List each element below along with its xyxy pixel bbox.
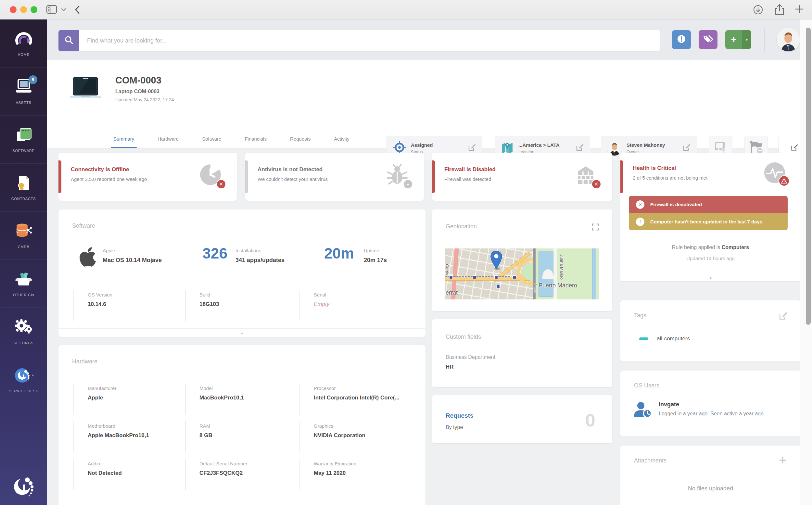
collapse-arrow-icon[interactable]: ▴ xyxy=(620,273,801,281)
tab-summary[interactable]: Summary xyxy=(112,131,135,148)
firewall-wall-icon: ✕ xyxy=(575,164,599,188)
edit-location-icon[interactable] xyxy=(576,143,584,153)
asset-id: COM-0003 xyxy=(115,75,174,86)
attachments-empty-text: No files uploaded xyxy=(620,485,801,492)
edit-tags-icon[interactable] xyxy=(779,311,788,322)
expand-icon[interactable] xyxy=(591,222,600,233)
hardware-field: ManufacturerApple xyxy=(73,383,185,415)
hardware-field: Warranty ExpirationMay 11 2020 xyxy=(300,459,413,490)
add-asset-button[interactable]: + ▾ xyxy=(725,30,751,49)
sidebar-item-home[interactable]: HOME xyxy=(0,19,47,67)
edit-owner-icon[interactable] xyxy=(682,143,691,153)
plus-icon: + xyxy=(725,30,742,49)
hardware-field: ProcessorIntel Corporation Intel(R) Core… xyxy=(300,383,413,415)
sidebar-item-settings[interactable]: SETTINGS xyxy=(0,308,47,356)
field-value: 18G103 xyxy=(199,301,296,308)
requests-link[interactable]: Requests xyxy=(446,412,474,419)
sidebar-toggle-icon[interactable] xyxy=(46,5,57,16)
sidebar-item-contracts[interactable]: CONTRACTS xyxy=(0,164,47,212)
antivirus-bug-icon: − xyxy=(386,164,411,188)
owner-value: Steven Mahoney xyxy=(627,142,665,148)
field-label: Default Serial Number xyxy=(199,461,296,466)
map-canal xyxy=(592,248,596,300)
software-field: OS Version 10.14.6 xyxy=(73,290,185,321)
connectivity-clock-icon: ✕ xyxy=(199,164,224,188)
os-user-info: Logged in a year ago. Seen active a year… xyxy=(659,411,764,417)
requests-subtitle: By type xyxy=(446,425,463,430)
field-label: Business Department xyxy=(446,354,495,360)
field-value-empty: Empty xyxy=(314,301,409,308)
tab-activity[interactable]: Activity xyxy=(333,131,351,148)
field-label: RAM xyxy=(199,423,296,429)
field-label: Processor xyxy=(314,385,409,391)
sidebar-item-service-desk[interactable]: SERVICE DESK xyxy=(0,356,47,404)
user-avatar[interactable] xyxy=(777,28,800,51)
rule-prefix: Rule being applied is xyxy=(672,244,722,250)
uptime-sub: 20m 17s xyxy=(364,257,387,264)
tab-hardware[interactable]: Hardware xyxy=(156,131,180,148)
settings-gears-icon xyxy=(14,319,33,337)
info-button[interactable] xyxy=(672,30,691,49)
map-street-label: Cerrito xyxy=(445,264,450,277)
uptime-value: 20m xyxy=(286,244,354,262)
download-icon[interactable] xyxy=(753,5,763,16)
field-label: Build xyxy=(199,292,296,298)
field-value: Not Detected xyxy=(88,470,182,476)
scrollbar-thumb[interactable] xyxy=(806,28,811,325)
tab-software[interactable]: Software xyxy=(201,131,222,148)
back-icon[interactable] xyxy=(74,5,80,16)
chevron-down-icon[interactable] xyxy=(61,7,66,13)
asset-header: COM-0003 Laptop COM-0003 Updated May 24 … xyxy=(47,60,800,148)
requests-count: 0 xyxy=(585,409,595,431)
map-station-marker xyxy=(512,276,516,279)
software-field: Build 18G103 xyxy=(185,290,300,321)
geolocation-panel: Geolocation Cerrito errat Puerto Madero … xyxy=(432,209,612,311)
assets-count-badge: 5 xyxy=(29,75,37,84)
severity-bar xyxy=(245,160,248,193)
health-banner-error: ✕ Firewall is deactivated xyxy=(629,196,788,213)
sidebar-item-software[interactable]: SOFTWARE xyxy=(0,116,47,164)
hardware-field: RAM8 GB xyxy=(185,421,300,452)
os-users-title: OS Users xyxy=(634,382,659,389)
add-attachment-icon[interactable] xyxy=(779,456,787,466)
zoom-window-button[interactable] xyxy=(30,6,37,13)
sidebar-item-label: SOFTWARE xyxy=(12,149,34,153)
tags-button[interactable] xyxy=(699,30,717,49)
window-titlebar xyxy=(0,0,812,19)
geolocation-map[interactable]: Cerrito errat Puerto Madero Juana Manso … xyxy=(445,248,599,300)
uptime-label: Uptime xyxy=(364,248,387,253)
edit-status-icon[interactable] xyxy=(468,143,476,153)
hardware-panel: Hardware ManufacturerApple ModelMacBookP… xyxy=(58,345,426,505)
banner-text: Computer hasn't been updated in the last… xyxy=(650,219,762,224)
close-window-button[interactable] xyxy=(10,6,17,13)
field-value: 8 GB xyxy=(199,432,296,439)
top-toolbar: + ▾ ▾ xyxy=(47,19,812,60)
tab-financials[interactable]: Financials xyxy=(243,131,268,148)
minimize-window-button[interactable] xyxy=(20,6,27,13)
map-pin-icon xyxy=(490,250,503,272)
warning-badge-icon xyxy=(779,175,790,186)
share-icon[interactable] xyxy=(774,4,785,17)
sidebar-item-assets[interactable]: 5 ASSETS xyxy=(0,67,47,116)
contracts-document-icon xyxy=(14,174,33,193)
requests-panel: Requests By type 0 xyxy=(432,395,612,443)
search-input[interactable] xyxy=(79,30,660,51)
alert-card-connectivity: Connectivity is Offline Agent 3.5.0 repo… xyxy=(58,153,237,201)
search-icon xyxy=(64,35,73,46)
global-search xyxy=(58,30,660,51)
caret-down-icon: ▾ xyxy=(742,30,751,49)
tag-item[interactable]: all-computers xyxy=(639,335,690,342)
asset-thumbnail xyxy=(69,77,102,100)
sidebar-item-label: SETTINGS xyxy=(14,341,33,345)
field-label: Audio xyxy=(88,461,182,466)
sidebar-item-cmdb[interactable]: CMDB xyxy=(0,212,47,260)
sidebar-item-label: OTHER CIs xyxy=(13,293,34,297)
field-value: May 11 2020 xyxy=(314,470,409,476)
tab-requests[interactable]: Requests xyxy=(289,131,312,148)
new-tab-icon[interactable] xyxy=(794,4,804,15)
sidebar-item-other-cis[interactable]: OTHER CIs xyxy=(0,260,47,308)
search-button[interactable] xyxy=(58,30,79,51)
custom-field: Business Department HR xyxy=(446,354,495,370)
map-metro-line xyxy=(445,276,510,277)
collapse-arrow-icon[interactable]: ▴ xyxy=(58,328,426,337)
